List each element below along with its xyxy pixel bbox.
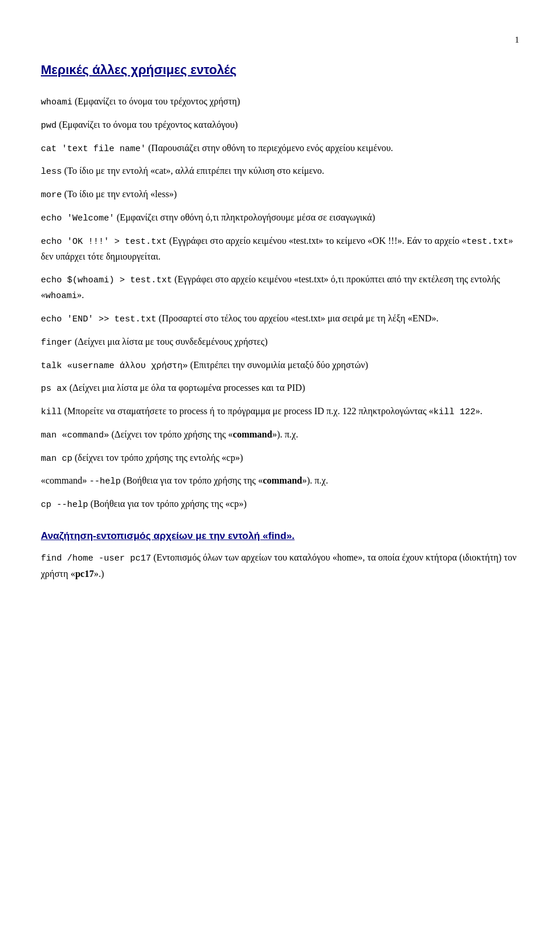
- cmd-more: more: [41, 190, 62, 200]
- cmd-find-user: find /home -user pc17: [41, 554, 151, 564]
- page-number: 1: [41, 35, 519, 45]
- paragraph-echo-welcome: echo 'Welcome' (Εμφανίζει στην οθόνη ό,τ…: [41, 210, 519, 226]
- paragraph-man-command: man «command» (Δείχνει τον τρόπο χρήσης …: [41, 427, 519, 443]
- cmd-help-flag: --help: [89, 477, 121, 487]
- paragraph-finger: finger (Δείχνει μια λίστα με τους συνδεδ…: [41, 334, 519, 351]
- paragraph-pwd: pwd (Εμφανίζει το όνομα του τρέχοντος κα…: [41, 117, 519, 134]
- bold-pc17: pc17: [75, 569, 94, 579]
- paragraph-cat: cat 'text file name' (Παρουσιάζει στην ο…: [41, 141, 519, 157]
- cmd-echo-redirect: echo 'OK !!!' > test.txt: [41, 237, 167, 247]
- paragraph-man-cp: man cp (δείχνει τον τρόπο χρήσης της εντ…: [41, 450, 519, 467]
- cmd-echo-welcome: echo 'Welcome': [41, 214, 114, 223]
- bold-command-1: command: [233, 429, 272, 439]
- cmd-talk: talk «username άλλου χρήστη»: [41, 361, 188, 371]
- paragraph-whoami: whoami (Εμφανίζει το όνομα του τρέχοντος…: [41, 94, 519, 110]
- cmd-echo-whoami: echo $(whoami) > test.txt: [41, 275, 172, 285]
- inline-whoami: whoami: [46, 291, 77, 301]
- cmd-cat: cat 'text file name': [41, 144, 146, 154]
- paragraph-more: more (Το ίδιο με την εντολή «less»): [41, 187, 519, 203]
- cmd-whoami: whoami: [41, 97, 72, 107]
- content-area: whoami (Εμφανίζει το όνομα του τρέχοντος…: [41, 94, 519, 513]
- paragraph-echo-whoami-redirect: echo $(whoami) > test.txt (Εγγράφει στο …: [41, 272, 519, 304]
- paragraph-echo-redirect: echo 'OK !!!' > test.txt (Εγγράφει στο α…: [41, 233, 519, 265]
- paragraph-talk: talk «username άλλου χρήστη» (Επιτρέπει …: [41, 358, 519, 374]
- section2-title: Αναζήτηση-εντοπισμός αρχείων με την εντο…: [41, 530, 519, 542]
- cmd-finger: finger: [41, 338, 72, 348]
- inline-kill-122: kill 122: [433, 407, 475, 417]
- cmd-echo-append: echo 'END' >> test.txt: [41, 314, 156, 324]
- paragraph-help-command: «command» --help (Βοήθεια για τον τρόπο …: [41, 473, 519, 489]
- section2: Αναζήτηση-εντοπισμός αρχείων με την εντο…: [41, 530, 519, 582]
- paragraph-cp-help: cp --help (Βοήθεια για τον τρόπο χρήσης …: [41, 496, 519, 513]
- cmd-man-cp: man cp: [41, 454, 72, 464]
- bold-command-2: command: [262, 475, 302, 485]
- cmd-less: less: [41, 167, 62, 177]
- paragraph-kill: kill (Μπορείτε να σταματήσετε το process…: [41, 404, 519, 420]
- cmd-pwd: pwd: [41, 121, 57, 131]
- paragraph-find-user: find /home -user pc17 (Εντοπισμός όλων τ…: [41, 550, 519, 582]
- cmd-cp-help: cp --help: [41, 500, 88, 510]
- cmd-man-command: man «command»: [41, 430, 109, 440]
- page-title: Μερικές άλλες χρήσιμες εντολές: [41, 62, 519, 78]
- inline-testtxt-1: test.txt: [467, 237, 509, 247]
- paragraph-less: less (Το ίδιο με την εντολή «cat», αλλά …: [41, 163, 519, 180]
- cmd-kill: kill: [41, 407, 62, 417]
- cmd-ps-ax: ps ax: [41, 384, 67, 394]
- paragraph-ps-ax: ps ax (Δείχνει μια λίστα με όλα τα φορτω…: [41, 380, 519, 397]
- paragraph-echo-append: echo 'END' >> test.txt (Προσαρτεί στο τέ…: [41, 311, 519, 327]
